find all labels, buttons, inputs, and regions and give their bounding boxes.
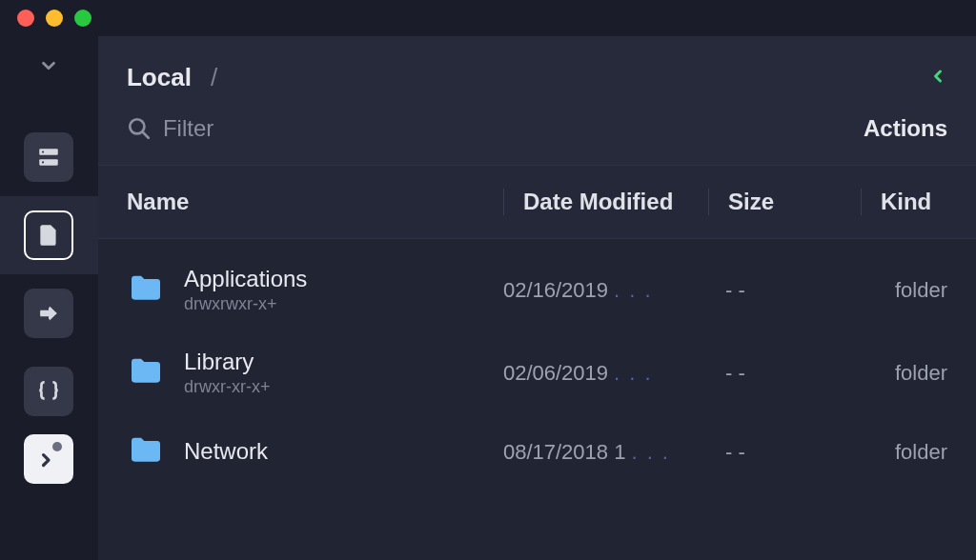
file-name: Applications (184, 266, 307, 292)
chevron-left-icon (928, 64, 947, 89)
actions-menu[interactable]: Actions (864, 115, 947, 142)
svg-line-5 (142, 131, 149, 138)
file-kind: folder (861, 440, 947, 465)
sidebar-item-transfers[interactable] (0, 274, 98, 352)
breadcrumb-row: Local / (127, 63, 947, 92)
filter-row: Actions (127, 115, 947, 165)
path-separator: / (211, 63, 217, 92)
column-header-size[interactable]: Size (708, 189, 861, 215)
search-box (127, 115, 449, 142)
filter-input[interactable] (163, 115, 449, 142)
files-icon (24, 210, 73, 260)
main-header: Local / Actions (98, 36, 976, 165)
sidebar-item-files[interactable] (0, 196, 98, 274)
minimize-window-button[interactable] (46, 10, 63, 27)
name-cell: Network (127, 431, 503, 473)
file-table: Name Date Modified Size Kind Application… (98, 165, 976, 560)
table-row[interactable]: Applications drwxrwxr-x+ 02/16/2019. . .… (98, 249, 976, 331)
file-name: Library (184, 349, 271, 375)
column-header-date[interactable]: Date Modified (503, 189, 708, 215)
svg-point-2 (42, 151, 44, 153)
table-header: Name Date Modified Size Kind (98, 165, 976, 239)
notification-dot-icon (52, 442, 62, 451)
file-size: - - (708, 440, 861, 465)
file-date: 08/17/2018 1. . . (503, 440, 708, 465)
file-date: 02/16/2019. . . (503, 278, 708, 303)
file-size: - - (708, 278, 861, 303)
chevron-down-icon (38, 55, 59, 76)
table-body: Applications drwxrwxr-x+ 02/16/2019. . .… (98, 239, 976, 500)
search-icon (127, 116, 152, 141)
file-size: - - (708, 361, 861, 386)
file-permissions: drwxrwxr-x+ (184, 294, 307, 314)
location-label[interactable]: Local (127, 63, 192, 92)
column-header-kind[interactable]: Kind (861, 189, 947, 215)
sidebar (0, 36, 98, 560)
sidebar-item-code[interactable] (0, 352, 98, 430)
connection-dropdown[interactable] (38, 55, 59, 80)
maximize-window-button[interactable] (74, 10, 92, 27)
sidebar-item-terminal[interactable] (0, 430, 98, 488)
file-name: Network (184, 438, 268, 465)
table-row[interactable]: Network 08/17/2018 1. . . - - folder (98, 414, 976, 490)
back-button[interactable] (928, 64, 947, 92)
file-permissions: drwxr-xr-x+ (184, 377, 271, 397)
sidebar-item-servers[interactable] (0, 118, 98, 196)
terminal-icon (24, 434, 73, 484)
name-cell: Applications drwxrwxr-x+ (127, 266, 503, 314)
file-kind: folder (861, 278, 947, 303)
transfers-icon (24, 289, 73, 338)
folder-icon (127, 270, 165, 311)
name-stack: Network (184, 438, 268, 467)
name-stack: Applications drwxrwxr-x+ (184, 266, 307, 314)
name-stack: Library drwxr-xr-x+ (184, 349, 271, 397)
titlebar (0, 0, 976, 36)
folder-icon (127, 431, 165, 473)
servers-icon (24, 132, 73, 182)
main-panel: Local / Actions Name (98, 36, 976, 560)
code-braces-icon (24, 367, 73, 416)
svg-point-3 (42, 161, 44, 163)
app-window: Local / Actions Name (0, 0, 976, 560)
file-kind: folder (861, 361, 947, 386)
file-date: 02/06/2019. . . (503, 361, 708, 386)
column-header-name[interactable]: Name (127, 189, 503, 215)
close-window-button[interactable] (17, 10, 34, 27)
table-row[interactable]: Library drwxr-xr-x+ 02/06/2019. . . - - … (98, 331, 976, 414)
folder-icon (127, 352, 165, 394)
name-cell: Library drwxr-xr-x+ (127, 349, 503, 397)
breadcrumb: Local / (127, 63, 217, 92)
window-body: Local / Actions Name (0, 36, 976, 560)
